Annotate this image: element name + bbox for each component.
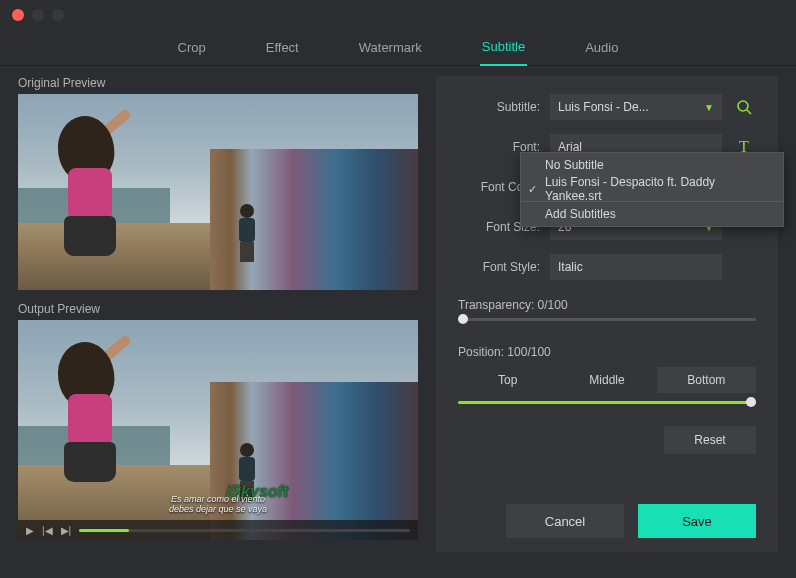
font-style-dropdown[interactable]: Italic: [550, 254, 722, 280]
subtitle-panel: Subtitle: Luis Fonsi - De...▼ Font: Aria…: [436, 76, 778, 552]
position-label: Position: 100/100: [458, 345, 756, 359]
close-window-button[interactable]: [12, 9, 24, 21]
prev-button[interactable]: |◀: [42, 525, 53, 536]
subtitle-option-none[interactable]: No Subtitle: [521, 153, 783, 177]
position-slider[interactable]: [458, 401, 756, 404]
subtitle-dropdown-menu: No Subtitle ✓ Luis Fonsi - Despacito ft.…: [520, 152, 784, 227]
main-tabs: Crop Effect Watermark Subtitle Audio: [0, 30, 796, 66]
position-bottom-button[interactable]: Bottom: [657, 367, 756, 393]
player-controls: ▶ |◀ ▶|: [18, 520, 418, 540]
window-controls: [0, 0, 796, 30]
transparency-slider[interactable]: [458, 318, 756, 321]
search-icon: [736, 99, 752, 115]
cancel-button[interactable]: Cancel: [506, 504, 624, 538]
output-preview-label: Output Preview: [18, 302, 418, 316]
reset-button[interactable]: Reset: [664, 426, 756, 454]
tab-audio[interactable]: Audio: [583, 30, 620, 66]
transparency-label: Transparency: 0/100: [458, 298, 756, 312]
minimize-window-button[interactable]: [32, 9, 44, 21]
subtitle-option-selected[interactable]: ✓ Luis Fonsi - Despacito ft. Daddy Yanke…: [521, 177, 783, 201]
svg-point-0: [738, 101, 748, 111]
original-preview-label: Original Preview: [18, 76, 418, 90]
original-preview: [18, 94, 418, 290]
tab-watermark[interactable]: Watermark: [357, 30, 424, 66]
subtitle-field-label: Subtitle:: [458, 100, 540, 114]
tab-crop[interactable]: Crop: [176, 30, 208, 66]
chevron-down-icon: ▼: [704, 102, 714, 113]
play-button[interactable]: ▶: [26, 525, 34, 536]
playback-slider[interactable]: [79, 529, 410, 532]
position-middle-button[interactable]: Middle: [557, 367, 656, 393]
check-icon: ✓: [528, 183, 537, 196]
subtitle-dropdown[interactable]: Luis Fonsi - De...▼: [550, 94, 722, 120]
add-subtitles-option[interactable]: Add Subtitles: [521, 202, 783, 226]
subtitle-caption: Es amar como el vientodebes dejar que se…: [169, 494, 267, 514]
svg-line-1: [747, 110, 751, 114]
tab-subtitle[interactable]: Subtitle: [480, 30, 527, 66]
output-preview: iSkysoft Es amar como el vientodebes dej…: [18, 320, 418, 540]
tab-effect[interactable]: Effect: [264, 30, 301, 66]
position-top-button[interactable]: Top: [458, 367, 557, 393]
maximize-window-button[interactable]: [52, 9, 64, 21]
next-button[interactable]: ▶|: [61, 525, 72, 536]
font-style-label: Font Style:: [458, 260, 540, 274]
position-buttons: Top Middle Bottom: [458, 367, 756, 393]
save-button[interactable]: Save: [638, 504, 756, 538]
search-subtitle-button[interactable]: [732, 95, 756, 119]
